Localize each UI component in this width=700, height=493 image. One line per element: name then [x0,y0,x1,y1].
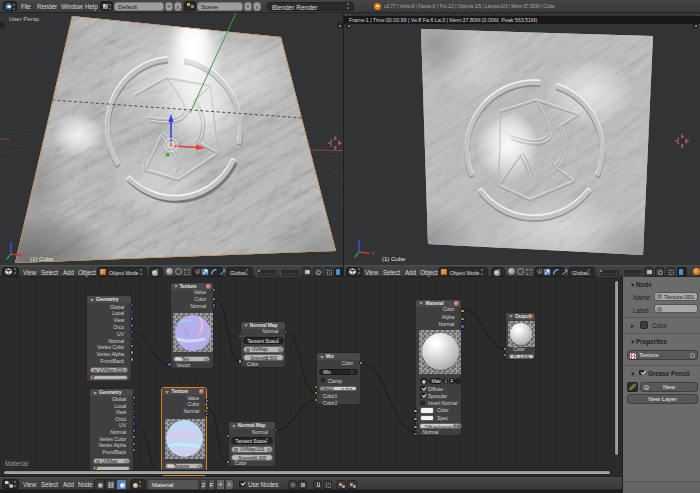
svg-text:x: x [372,250,375,256]
